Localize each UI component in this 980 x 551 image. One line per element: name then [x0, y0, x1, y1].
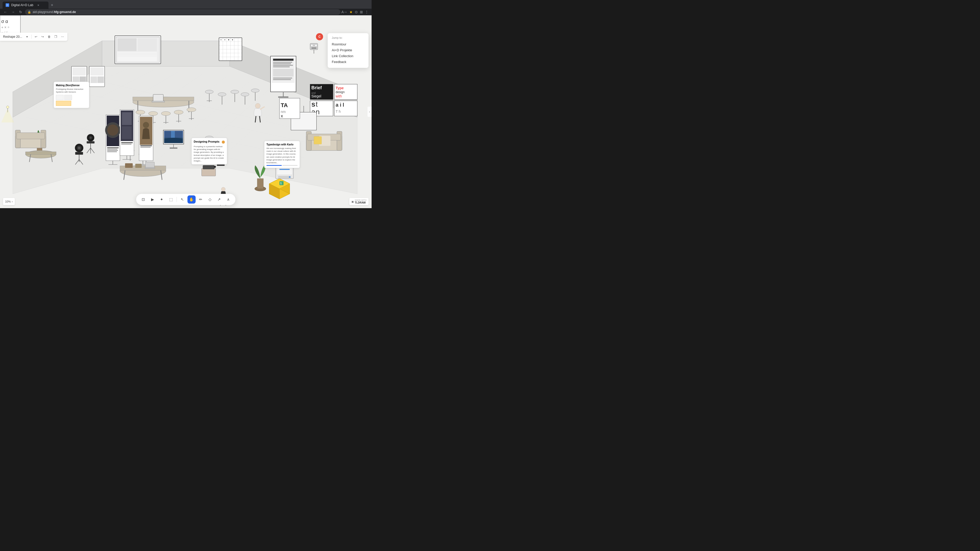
- forward-icon: →: [11, 10, 15, 14]
- duplicate-icon: ❐: [54, 35, 57, 38]
- video-tool[interactable]: ▶: [148, 195, 157, 203]
- zoom-indicator[interactable]: 10% ›: [3, 198, 15, 205]
- svg-point-204: [78, 147, 80, 149]
- select-tool[interactable]: ↖: [178, 195, 186, 203]
- refresh-button[interactable]: ↻: [18, 9, 24, 15]
- card-title: Typedesign with Karlo: [266, 143, 298, 146]
- url-text: aid-playground.hfg-gmuend.de: [33, 10, 76, 14]
- hand-tool[interactable]: ✋: [188, 195, 196, 203]
- svg-point-92: [228, 39, 229, 40]
- canvas-area[interactable]: Workshops: [0, 15, 372, 208]
- arrow-tool[interactable]: ↗: [215, 195, 223, 203]
- jump-to-link-collection[interactable]: Link Collection: [332, 53, 364, 59]
- svg-rect-188: [280, 169, 290, 170]
- svg-rect-233: [314, 137, 321, 144]
- svg-rect-101: [107, 151, 117, 152]
- svg-point-91: [224, 39, 225, 40]
- svg-point-173: [315, 44, 317, 46]
- typedesign-card[interactable]: Typedesign with Karlo We are increasingl…: [264, 141, 300, 168]
- svg-point-40: [174, 110, 183, 114]
- fit-screen-tool[interactable]: ⊡: [139, 195, 148, 203]
- user-avatar[interactable]: C: [316, 33, 323, 40]
- extensions-button[interactable]: ⊞: [360, 10, 363, 14]
- expand-tools-button[interactable]: ∧: [224, 195, 232, 203]
- reshape-label: Reshape 20...: [2, 35, 23, 38]
- svg-rect-23: [91, 76, 97, 83]
- svg-point-172: [311, 44, 313, 46]
- svg-rect-145: [273, 59, 293, 61]
- draw-tool[interactable]: ✏: [197, 195, 205, 203]
- svg-point-97: [107, 124, 118, 136]
- right-expand-button[interactable]: ›: [368, 106, 372, 117]
- jump-to-feedback[interactable]: Feedback: [332, 59, 364, 65]
- svg-rect-30: [152, 101, 165, 102]
- svg-rect-70: [257, 179, 263, 189]
- svg-point-119: [255, 103, 260, 108]
- card-subtitle: Prototyping Elusive Interactive Systems …: [56, 88, 87, 94]
- svg-point-90: [221, 39, 221, 40]
- svg-rect-190: [202, 168, 216, 176]
- redo-icon: ↪: [41, 35, 44, 38]
- active-tab[interactable]: D Digital AI+D Lab ✕: [3, 2, 48, 9]
- svg-point-114: [143, 122, 149, 128]
- svg-rect-152: [273, 79, 291, 80]
- svg-text:TA: TA: [281, 102, 288, 108]
- forward-button[interactable]: →: [10, 9, 16, 15]
- redo-button[interactable]: ↪: [40, 34, 45, 40]
- tldraw-icon: ▣: [352, 200, 354, 203]
- svg-rect-138: [17, 133, 45, 139]
- svg-rect-140: [25, 152, 56, 154]
- more-icon: ⋯: [61, 35, 64, 38]
- svg-point-31: [136, 110, 145, 114]
- svg-rect-205: [75, 152, 83, 155]
- zoom-expand-icon: ›: [12, 200, 13, 203]
- svg-rect-116: [140, 147, 151, 148]
- svg-point-34: [148, 111, 158, 116]
- tab-bar: D Digital AI+D Lab ✕ +: [0, 0, 372, 9]
- star-tool[interactable]: ✦: [158, 195, 166, 203]
- tab-close-button[interactable]: ✕: [36, 3, 40, 7]
- more-options-button[interactable]: ⋯: [60, 34, 65, 40]
- duplicate-button[interactable]: ❐: [53, 34, 59, 40]
- svg-rect-24: [97, 76, 104, 83]
- undo-icon: ↩: [35, 35, 37, 38]
- svg-point-196: [89, 137, 92, 139]
- svg-text:Siegel: Siegel: [311, 94, 321, 98]
- svg-text:T h: T h: [336, 110, 341, 114]
- svg-rect-100: [107, 150, 118, 151]
- delete-icon: 🗑: [48, 35, 51, 38]
- back-button[interactable]: ←: [2, 9, 9, 15]
- translate-icon[interactable]: A↔: [342, 10, 347, 14]
- svg-text:+ × ÷: + × ÷: [1, 25, 10, 29]
- undo-button[interactable]: ↩: [33, 34, 39, 40]
- svg-rect-149: [273, 66, 290, 67]
- delete-button[interactable]: 🗑: [46, 34, 52, 40]
- screenshot-icon[interactable]: ⊙: [355, 10, 358, 14]
- tab-favicon: D: [6, 3, 9, 7]
- eraser-tool[interactable]: ◇: [206, 195, 214, 203]
- designing-prompts-card[interactable]: Designing Prompts Prompting is a powerfu…: [191, 138, 227, 165]
- jump-to-roomtour[interactable]: Roomtour: [332, 41, 364, 47]
- svg-point-51: [231, 90, 239, 94]
- svg-rect-197: [87, 141, 94, 143]
- making-nonsense-card[interactable]: Making (Non)Sense Prototyping Elusive In…: [54, 82, 89, 108]
- card-text: We are increasingly making their mark in…: [266, 147, 298, 164]
- svg-rect-74: [138, 38, 157, 51]
- address-bar[interactable]: 🔒 aid-playground.hfg-gmuend.de: [25, 9, 340, 15]
- reshape-dropdown[interactable]: ▾: [24, 34, 30, 40]
- new-tab-button[interactable]: +: [48, 2, 56, 9]
- svg-point-49: [218, 93, 226, 96]
- tldraw-badge[interactable]: ▣ MADE WITH TLDRAW: [349, 198, 369, 205]
- frame-tool[interactable]: ⬚: [167, 195, 175, 203]
- bookmark-icon[interactable]: ★: [349, 10, 353, 14]
- toolbar-separator: [177, 197, 177, 202]
- menu-button[interactable]: ⋮: [365, 10, 369, 14]
- svg-rect-115: [140, 145, 152, 146]
- jump-to-aid-projekte[interactable]: Ai+D Projekte: [332, 47, 364, 53]
- svg-rect-171: [310, 43, 318, 50]
- card-title: Designing Prompts: [194, 140, 220, 143]
- svg-text:Brief: Brief: [311, 85, 322, 90]
- svg-rect-106: [122, 112, 132, 125]
- svg-point-192: [214, 166, 216, 168]
- room-canvas[interactable]: Brief und Siegel Type design with s t a …: [0, 15, 372, 208]
